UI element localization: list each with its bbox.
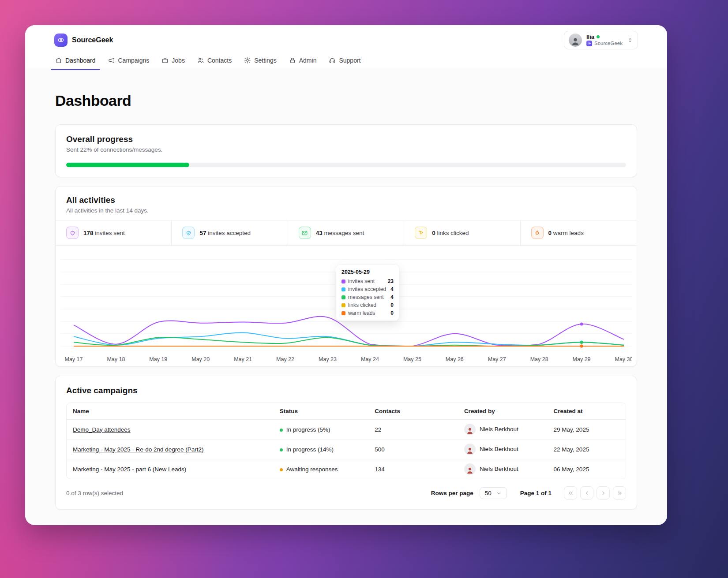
stat-invites-accepted: 57 invites accepted [172, 220, 288, 245]
svg-text:May 22: May 22 [276, 356, 294, 362]
gear-icon [244, 57, 251, 64]
stat-links-clicked: 0 links clicked [404, 220, 520, 245]
series-label: warm leads [348, 310, 388, 316]
creator-name: Niels Berkhout [480, 446, 518, 452]
app-window: SourceGeek Ilia SourceGeek DashboardCam [25, 25, 667, 525]
page-title: Dashboard [55, 92, 637, 109]
stat-warm-leads: 0 warm leads [521, 220, 637, 245]
stat-text: 178 invites sent [83, 230, 125, 236]
tab-label: Admin [299, 57, 317, 64]
top-bar: SourceGeek Ilia SourceGeek [25, 25, 667, 53]
svg-text:May 30: May 30 [615, 356, 632, 362]
tab-support[interactable]: Support [324, 53, 365, 70]
invite-heart-icon [66, 227, 79, 239]
stat-text: 0 warm leads [548, 230, 584, 236]
overall-progress-title: Overall progress [66, 134, 626, 144]
user-meta: Ilia SourceGeek [586, 34, 623, 46]
contacts-count: 22 [368, 420, 458, 440]
overall-progress-card: Overall progress Sent 22% of connections… [55, 124, 637, 177]
online-status-dot [597, 35, 600, 38]
creator-avatar [464, 424, 476, 435]
activity-stats-row: 178 invites sent57 invites accepted43 me… [56, 220, 637, 246]
series-value: 4 [390, 286, 394, 292]
first-page-button[interactable] [564, 486, 577, 500]
table-row[interactable]: Demo_Day attendeesIn progress (5%)22Niel… [67, 420, 626, 440]
user-avatar [569, 34, 582, 47]
all-activities-card: All activities All activities in the las… [55, 186, 637, 367]
svg-text:May 17: May 17 [65, 356, 83, 362]
tooltip-row-links-clicked: links clicked0 [341, 302, 394, 308]
svg-text:May 25: May 25 [403, 356, 421, 362]
briefcase-icon [161, 57, 169, 64]
svg-text:May 19: May 19 [149, 356, 167, 362]
progress-bar-fill [66, 163, 189, 167]
lock-icon [289, 57, 296, 64]
svg-text:May 27: May 27 [488, 356, 506, 362]
active-campaigns-title: Active campaigns [66, 386, 626, 395]
tab-label: Jobs [172, 57, 185, 64]
user-menu[interactable]: Ilia SourceGeek [564, 31, 638, 49]
column-header-created-at: Created at [548, 403, 626, 420]
campaign-link[interactable]: Marketing - May 2025 - part 6 (New Leads… [73, 466, 186, 473]
selection-summary: 0 of 3 row(s) selected [66, 490, 123, 496]
series-swatch [341, 287, 345, 291]
svg-text:May 23: May 23 [319, 356, 337, 362]
main-nav: DashboardCampaignsJobsContactsSettingsAd… [25, 53, 667, 70]
campaign-link[interactable]: Marketing - May 2025 - Re-do 2nd degree … [73, 446, 203, 453]
series-value: 0 [390, 302, 394, 308]
message-icon [299, 227, 311, 239]
tab-contacts[interactable]: Contacts [193, 53, 236, 70]
tab-label: Campaigns [118, 57, 150, 64]
status-dot [280, 468, 283, 471]
series-label: invites sent [348, 278, 385, 284]
svg-text:May 24: May 24 [361, 356, 379, 362]
table-row[interactable]: Marketing - May 2025 - Re-do 2nd degree … [67, 440, 626, 459]
desktop-background: SourceGeek Ilia SourceGeek DashboardCam [0, 0, 728, 578]
all-activities-subtitle: All activities in the last 14 days. [66, 207, 626, 214]
sourcegeek-logo-icon [54, 34, 68, 47]
chevrons-updown-icon [627, 37, 633, 43]
tab-label: Dashboard [65, 57, 96, 64]
page-indicator: Page 1 of 1 [520, 490, 552, 496]
tab-settings[interactable]: Settings [240, 53, 281, 70]
mini-logo-icon [586, 41, 592, 46]
tab-jobs[interactable]: Jobs [157, 53, 189, 70]
creator-avatar [464, 463, 476, 475]
campaign-link[interactable]: Demo_Day attendees [73, 426, 131, 433]
tab-dashboard[interactable]: Dashboard [51, 53, 100, 70]
table-row[interactable]: Marketing - May 2025 - part 6 (New Leads… [67, 459, 626, 479]
rows-per-page-select[interactable]: 50 [480, 487, 507, 499]
last-page-button[interactable] [613, 486, 626, 500]
series-swatch [341, 303, 345, 307]
status-label: In progress (5%) [286, 426, 330, 433]
chevron-down-icon [496, 490, 502, 496]
status-label: Awaiting responses [286, 466, 338, 473]
user-name: Ilia [586, 34, 594, 40]
contacts-count: 500 [368, 440, 458, 459]
column-header-status: Status [274, 403, 368, 420]
active-campaigns-card: Active campaigns NameStatusContactsCreat… [55, 376, 637, 510]
contacts-count: 134 [368, 459, 458, 479]
brand: SourceGeek [54, 34, 113, 47]
svg-text:May 28: May 28 [530, 356, 548, 362]
svg-text:May 20: May 20 [191, 356, 210, 362]
tab-admin[interactable]: Admin [285, 53, 321, 70]
overall-progress-subtitle: Sent 22% of connections/messages. [66, 146, 626, 153]
stat-invites-sent: 178 invites sent [56, 220, 172, 245]
megaphone-icon [108, 57, 115, 64]
tooltip-row-warm-leads: warm leads0 [341, 310, 394, 316]
tab-label: Contacts [207, 57, 232, 64]
series-value: 23 [388, 278, 394, 284]
stat-messages-sent: 43 messages sent [288, 220, 404, 245]
all-activities-title: All activities [66, 195, 626, 205]
tab-label: Support [339, 57, 360, 64]
progress-bar [66, 163, 626, 167]
tooltip-date: 2025-05-29 [341, 269, 394, 275]
tooltip-row-invites-sent: invites sent23 [341, 278, 394, 284]
prev-page-button[interactable] [580, 486, 593, 500]
activities-chart[interactable]: May 17May 18May 19May 20May 21May 22May … [56, 246, 637, 366]
tab-campaigns[interactable]: Campaigns [104, 53, 154, 70]
next-page-button[interactable] [597, 486, 610, 500]
stat-text: 0 links clicked [432, 230, 469, 236]
creator-name: Niels Berkhout [480, 466, 518, 472]
